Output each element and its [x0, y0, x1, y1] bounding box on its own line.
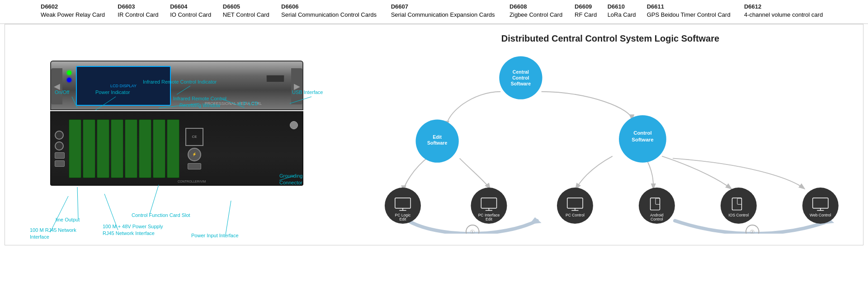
table-row: D6608 Zigbee Control Card — [505, 2, 570, 20]
label-infrared-indicator: Infrared Remote Control Indicator — [143, 79, 217, 85]
card-code: D6609 — [575, 3, 599, 11]
card-code: D6612 — [744, 3, 827, 11]
card-name: 4-channel volume control card — [744, 11, 827, 19]
svg-point-54 — [802, 188, 839, 224]
label-infrared-window: Infrared Remote ControlReceiving Window — [173, 95, 226, 109]
card-name: LoRa Card — [608, 11, 638, 19]
svg-text:Android: Android — [650, 213, 664, 217]
card-name: Zigbee Control Card — [509, 11, 566, 19]
table-row: D6603 IR Control Card — [113, 2, 165, 20]
svg-text:PC Interface: PC Interface — [478, 213, 500, 217]
label-line-output: line Output — [56, 216, 80, 223]
card-name: IO Control Card — [170, 11, 214, 19]
svg-text:Control: Control — [512, 75, 529, 80]
label-power-indicator: Power Indicator — [95, 89, 130, 96]
svg-text:Edit: Edit — [433, 135, 442, 140]
svg-point-50 — [721, 188, 757, 224]
svg-line-11 — [226, 201, 231, 235]
card-name: Serial Communication Expansion Cards — [391, 11, 500, 19]
label-control-slot: Control Function Card Slot — [132, 212, 190, 219]
table-row: D6606 Serial Communication Control Cards — [277, 2, 387, 20]
label-rj45-48v: 100 M + 48V Power SupplyRJ45 Network Int… — [103, 223, 163, 237]
svg-line-8 — [77, 187, 78, 219]
label-rj45-100m: 100 M RJ45 NetworkInterface — [30, 227, 76, 240]
main-section: ◀ LCD DISPLAY ▶ PROFESSIONAL MEDIA CTRL — [5, 24, 863, 245]
label-power-input: Power Input Interface — [191, 232, 239, 239]
card-code: D6607 — [391, 3, 500, 11]
svg-text:Edit: Edit — [486, 217, 492, 222]
table-row: D6611 GPS Beidou Timer Control Card — [642, 2, 740, 20]
diagram-title: Distributed Central Control System Logic… — [371, 33, 849, 44]
cards-table: D6602 Weak Power Relay Card D6603 IR Con… — [36, 2, 832, 20]
svg-text:PC Control: PC Control — [566, 213, 585, 217]
svg-text:PC Logic: PC Logic — [395, 213, 411, 217]
table-row: D6612 4-channel volume control card — [740, 2, 832, 20]
svg-text:①: ① — [470, 229, 475, 234]
card-code: D6605 — [223, 3, 272, 11]
card-code: D6604 — [170, 3, 214, 11]
svg-text:②: ② — [750, 229, 755, 234]
label-grounding: GroundingConnector — [279, 173, 302, 186]
table-row: D6609 RF Card — [570, 2, 603, 20]
card-code: D6603 — [118, 3, 161, 11]
svg-point-40 — [557, 188, 593, 224]
card-name: GPS Beidou Timer Control Card — [647, 11, 735, 19]
left-diagram: ◀ LCD DISPLAY ▶ PROFESSIONAL MEDIA CTRL — [5, 24, 358, 245]
card-name: Serial Communication Control Cards — [281, 11, 382, 19]
svg-text:Control: Control — [651, 217, 663, 222]
label-usb: USB Interface — [292, 89, 323, 96]
label-lcd: 4.3" LCD — [238, 100, 258, 107]
svg-text:Software: Software — [632, 137, 653, 143]
card-code: D6611 — [647, 3, 735, 11]
card-code: D6602 — [41, 3, 108, 11]
card-code: D6608 — [509, 3, 566, 11]
right-diagram: Distributed Central Control System Logic… — [358, 24, 863, 245]
top-table-section: D6602 Weak Power Relay Card D6603 IR Con… — [0, 0, 868, 24]
card-name: Weak Power Relay Card — [41, 11, 108, 19]
svg-text:Software: Software — [511, 82, 531, 87]
svg-line-7 — [150, 185, 159, 214]
card-name: NET Control Card — [223, 11, 272, 19]
card-code: D6606 — [281, 3, 382, 11]
logic-svg: ① ② Central Control Software Edit Softwa… — [371, 53, 849, 234]
label-on-off: On/Off — [55, 89, 69, 96]
svg-text:Central: Central — [513, 70, 529, 75]
table-row: D6605 NET Control Card — [218, 2, 277, 20]
svg-marker-12 — [529, 217, 542, 224]
svg-text:Edit: Edit — [400, 217, 406, 222]
card-name: IR Control Card — [118, 11, 161, 19]
table-row: D6610 LoRa Card — [603, 2, 642, 20]
svg-text:Software: Software — [427, 141, 447, 146]
card-name: RF Card — [575, 11, 599, 19]
svg-text:IOS Control: IOS Control — [728, 213, 749, 217]
table-row: D6604 IO Control Card — [165, 2, 218, 20]
table-row: D6607 Serial Communication Expansion Car… — [387, 2, 505, 20]
table-row: D6602 Weak Power Relay Card — [36, 2, 113, 20]
card-code: D6610 — [608, 3, 638, 11]
svg-text:Web Control: Web Control — [810, 213, 831, 217]
svg-text:Control: Control — [633, 130, 652, 136]
